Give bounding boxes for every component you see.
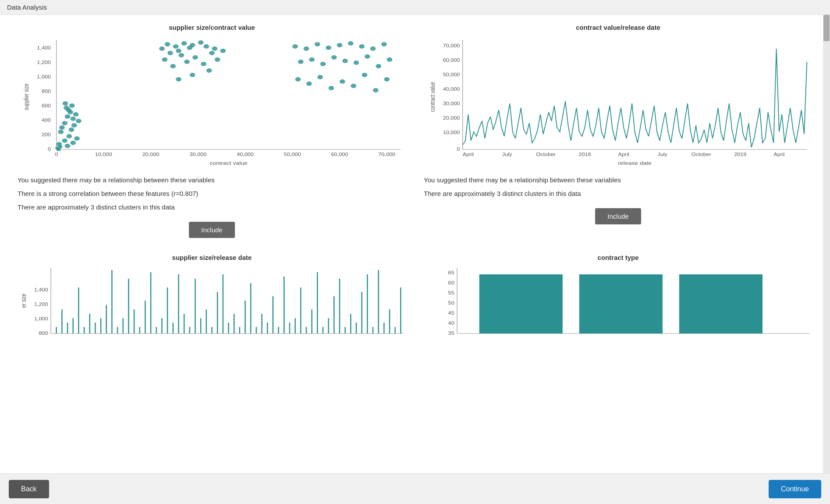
continue-button[interactable]: Continue <box>769 480 821 498</box>
svg-point-79 <box>342 59 348 63</box>
svg-point-88 <box>340 79 345 84</box>
line-panel: contract value/release date 0 10,000 20,… <box>424 24 812 245</box>
svg-text:0: 0 <box>457 147 460 152</box>
svg-text:July: July <box>658 152 668 157</box>
svg-text:10,000: 10,000 <box>95 152 112 157</box>
svg-text:October: October <box>692 152 711 157</box>
svg-point-21 <box>65 114 71 119</box>
svg-point-45 <box>181 41 187 46</box>
bottom-bar: Back Continue <box>0 473 830 504</box>
svg-point-86 <box>317 75 323 79</box>
charts-row-1: supplier size/contract value 0 200 400 6… <box>18 24 812 245</box>
svg-text:release date: release date <box>618 160 652 166</box>
svg-point-76 <box>309 57 315 62</box>
svg-text:1,200: 1,200 <box>37 60 51 65</box>
svg-text:400: 400 <box>42 118 51 123</box>
svg-point-84 <box>295 77 301 82</box>
svg-text:50,000: 50,000 <box>443 72 460 77</box>
svg-text:45: 45 <box>448 311 454 316</box>
svg-rect-195 <box>679 274 763 334</box>
line-analysis-1: You suggested there may be a relationshi… <box>424 174 812 186</box>
svg-point-85 <box>306 82 312 86</box>
svg-point-77 <box>320 62 326 66</box>
svg-text:1,000: 1,000 <box>37 75 51 79</box>
svg-point-53 <box>203 44 209 49</box>
svg-point-34 <box>67 134 72 138</box>
svg-point-35 <box>74 136 80 141</box>
svg-text:1,400: 1,400 <box>37 46 51 50</box>
scatter-chart-container: 0 200 400 600 800 1,000 1,200 1,400 0 10… <box>18 35 406 167</box>
svg-point-92 <box>384 77 390 82</box>
svg-text:20,000: 20,000 <box>443 116 460 121</box>
include-button-line[interactable]: Include <box>595 208 641 224</box>
scrollable-content[interactable]: supplier size/contract value 0 200 400 6… <box>0 15 830 473</box>
svg-text:supplier size: supplier size <box>23 83 30 110</box>
page-title: Data Analysis <box>7 4 47 11</box>
svg-text:20,000: 20,000 <box>142 152 160 157</box>
svg-text:65: 65 <box>448 270 454 275</box>
svg-point-47 <box>198 40 204 45</box>
supplier-release-title: supplier size/release date <box>18 254 406 261</box>
svg-text:30,000: 30,000 <box>443 101 460 106</box>
svg-text:40,000: 40,000 <box>237 152 254 157</box>
back-button[interactable]: Back <box>9 480 49 498</box>
svg-text:1,000: 1,000 <box>34 316 48 321</box>
scatter-analysis-3: There are approximately 3 distinct clust… <box>18 201 406 213</box>
svg-point-57 <box>192 55 198 60</box>
svg-point-56 <box>184 60 190 64</box>
svg-point-51 <box>167 51 173 55</box>
svg-point-83 <box>387 57 393 62</box>
svg-point-27 <box>69 103 75 108</box>
svg-point-43 <box>165 42 170 46</box>
include-button-scatter[interactable]: Include <box>189 222 234 238</box>
svg-point-63 <box>206 68 212 73</box>
svg-text:April: April <box>463 152 474 157</box>
contract-type-title: contract type <box>424 254 812 261</box>
scrollbar[interactable] <box>823 15 830 473</box>
svg-point-72 <box>359 44 365 49</box>
svg-text:10,000: 10,000 <box>443 130 460 135</box>
svg-point-87 <box>329 86 334 90</box>
scrollbar-thumb[interactable] <box>823 15 830 41</box>
line-analysis-2: There are approximately 3 distinct clust… <box>424 188 812 199</box>
svg-text:October: October <box>536 152 556 157</box>
svg-text:800: 800 <box>42 89 51 94</box>
svg-text:60: 60 <box>448 280 454 285</box>
svg-point-61 <box>215 57 220 62</box>
svg-text:0: 0 <box>48 147 51 152</box>
scatter-title: supplier size/contract value <box>18 24 406 31</box>
svg-point-78 <box>331 55 337 60</box>
supplier-release-chart: 800 1,000 1,200 1,400 er size <box>18 266 406 336</box>
svg-point-71 <box>348 41 354 46</box>
svg-point-89 <box>351 84 356 88</box>
supplier-release-panel: supplier size/release date 800 1,000 1,2… <box>18 254 406 336</box>
scatter-panel: supplier size/contract value 0 200 400 6… <box>18 24 406 245</box>
contract-type-panel: contract type 35 40 45 50 55 60 <box>424 254 812 336</box>
svg-point-54 <box>212 46 218 51</box>
svg-point-65 <box>176 77 181 82</box>
svg-point-64 <box>190 73 195 77</box>
svg-point-50 <box>187 46 192 50</box>
svg-point-48 <box>159 46 165 51</box>
svg-point-33 <box>58 130 64 134</box>
svg-text:0: 0 <box>55 152 58 157</box>
svg-text:30,000: 30,000 <box>189 152 206 157</box>
line-analysis: You suggested there may be a relationshi… <box>424 174 812 201</box>
svg-point-74 <box>381 42 387 46</box>
title-bar: Data Analysis <box>0 0 830 15</box>
scatter-chart-svg: 0 200 400 600 800 1,000 1,200 1,400 0 10… <box>18 35 406 167</box>
svg-text:35: 35 <box>448 331 454 336</box>
svg-text:55: 55 <box>448 291 454 295</box>
svg-point-52 <box>178 53 184 57</box>
svg-text:60,000: 60,000 <box>331 152 348 157</box>
svg-text:contract value: contract value <box>429 82 436 112</box>
contract-type-chart: 35 40 45 50 55 60 65 <box>424 266 812 336</box>
svg-point-60 <box>201 62 206 66</box>
line-title: contract value/release date <box>424 24 812 31</box>
svg-text:60,000: 60,000 <box>443 58 460 63</box>
svg-text:50: 50 <box>448 301 454 305</box>
svg-point-37 <box>70 141 76 145</box>
scatter-analysis-1: You suggested there may be a relationshi… <box>18 174 406 186</box>
svg-text:1,400: 1,400 <box>34 287 48 292</box>
svg-text:600: 600 <box>42 103 51 108</box>
